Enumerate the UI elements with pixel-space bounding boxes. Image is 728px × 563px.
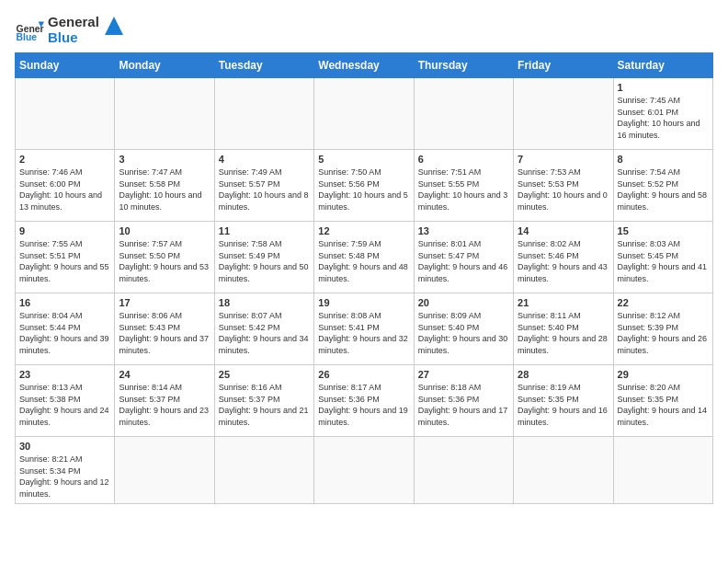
calendar-cell: 27Sunrise: 8:18 AM Sunset: 5:36 PM Dayli… <box>414 365 513 437</box>
calendar-cell: 22Sunrise: 8:12 AM Sunset: 5:39 PM Dayli… <box>613 293 712 365</box>
calendar-cell: 6Sunrise: 7:51 AM Sunset: 5:55 PM Daylig… <box>414 150 513 222</box>
calendar-cell: 13Sunrise: 8:01 AM Sunset: 5:47 PM Dayli… <box>414 222 513 293</box>
day-number: 26 <box>318 369 409 380</box>
calendar-cell: 1Sunrise: 7:45 AM Sunset: 6:01 PM Daylig… <box>613 78 712 150</box>
cell-content: Sunrise: 7:46 AM Sunset: 6:00 PM Dayligh… <box>19 167 110 213</box>
calendar-cell: 16Sunrise: 8:04 AM Sunset: 5:44 PM Dayli… <box>16 293 115 365</box>
day-number: 14 <box>518 225 609 236</box>
calendar-cell: 3Sunrise: 7:47 AM Sunset: 5:58 PM Daylig… <box>115 150 214 222</box>
calendar-week-row: 2Sunrise: 7:46 AM Sunset: 6:00 PM Daylig… <box>16 150 713 222</box>
calendar-cell: 19Sunrise: 8:08 AM Sunset: 5:41 PM Dayli… <box>314 293 414 365</box>
cell-content: Sunrise: 8:11 AM Sunset: 5:40 PM Dayligh… <box>518 310 609 356</box>
day-number: 3 <box>119 154 210 165</box>
day-number: 22 <box>618 297 709 308</box>
day-number: 8 <box>618 154 709 165</box>
cell-content: Sunrise: 8:14 AM Sunset: 5:37 PM Dayligh… <box>119 382 210 428</box>
cell-content: Sunrise: 8:06 AM Sunset: 5:43 PM Dayligh… <box>119 310 210 356</box>
calendar-cell: 30Sunrise: 8:21 AM Sunset: 5:34 PM Dayli… <box>16 437 115 504</box>
cell-content: Sunrise: 7:50 AM Sunset: 5:56 PM Dayligh… <box>318 167 409 213</box>
calendar-cell <box>514 437 613 504</box>
cell-content: Sunrise: 8:12 AM Sunset: 5:39 PM Dayligh… <box>618 310 709 356</box>
cell-content: Sunrise: 7:47 AM Sunset: 5:58 PM Dayligh… <box>119 167 210 213</box>
logo-triangle-icon <box>105 17 123 35</box>
calendar-cell <box>414 437 513 504</box>
day-number: 20 <box>418 297 509 308</box>
calendar-week-row: 9Sunrise: 7:55 AM Sunset: 5:51 PM Daylig… <box>16 222 713 293</box>
svg-marker-3 <box>105 17 123 35</box>
calendar-cell: 29Sunrise: 8:20 AM Sunset: 5:35 PM Dayli… <box>613 365 712 437</box>
calendar-cell: 4Sunrise: 7:49 AM Sunset: 5:57 PM Daylig… <box>214 150 313 222</box>
day-header-tuesday: Tuesday <box>214 53 313 78</box>
calendar-cell <box>214 437 313 504</box>
cell-content: Sunrise: 7:45 AM Sunset: 6:01 PM Dayligh… <box>618 95 709 141</box>
calendar-cell: 7Sunrise: 7:53 AM Sunset: 5:53 PM Daylig… <box>514 150 613 222</box>
day-number: 29 <box>618 369 709 380</box>
calendar-cell: 11Sunrise: 7:58 AM Sunset: 5:49 PM Dayli… <box>214 222 313 293</box>
calendar-cell <box>314 437 414 504</box>
day-number: 4 <box>219 154 310 165</box>
day-number: 12 <box>318 225 409 236</box>
day-number: 13 <box>418 225 509 236</box>
day-header-thursday: Thursday <box>414 53 513 78</box>
day-number: 21 <box>518 297 609 308</box>
calendar-cell <box>613 437 712 504</box>
calendar-cell: 15Sunrise: 8:03 AM Sunset: 5:45 PM Dayli… <box>613 222 712 293</box>
calendar-cell: 24Sunrise: 8:14 AM Sunset: 5:37 PM Dayli… <box>115 365 214 437</box>
day-number: 16 <box>19 297 110 308</box>
cell-content: Sunrise: 7:55 AM Sunset: 5:51 PM Dayligh… <box>19 238 110 284</box>
calendar-cell: 25Sunrise: 8:16 AM Sunset: 5:37 PM Dayli… <box>214 365 313 437</box>
cell-content: Sunrise: 7:53 AM Sunset: 5:53 PM Dayligh… <box>518 167 609 213</box>
calendar-cell: 8Sunrise: 7:54 AM Sunset: 5:52 PM Daylig… <box>613 150 712 222</box>
day-header-wednesday: Wednesday <box>314 53 414 78</box>
calendar-cell <box>16 78 115 150</box>
cell-content: Sunrise: 8:16 AM Sunset: 5:37 PM Dayligh… <box>219 382 310 428</box>
day-header-sunday: Sunday <box>16 53 115 78</box>
day-header-friday: Friday <box>514 53 613 78</box>
day-number: 23 <box>19 369 110 380</box>
day-number: 28 <box>518 369 609 380</box>
calendar-cell <box>214 78 313 150</box>
calendar-cell <box>514 78 613 150</box>
cell-content: Sunrise: 7:59 AM Sunset: 5:48 PM Dayligh… <box>318 238 409 284</box>
day-number: 2 <box>19 154 110 165</box>
logo-icon: General Blue <box>15 16 44 45</box>
cell-content: Sunrise: 7:54 AM Sunset: 5:52 PM Dayligh… <box>618 167 709 213</box>
calendar-cell: 20Sunrise: 8:09 AM Sunset: 5:40 PM Dayli… <box>414 293 513 365</box>
day-number: 19 <box>318 297 409 308</box>
cell-content: Sunrise: 8:17 AM Sunset: 5:36 PM Dayligh… <box>318 382 409 428</box>
calendar-week-row: 16Sunrise: 8:04 AM Sunset: 5:44 PM Dayli… <box>16 293 713 365</box>
calendar-week-row: 30Sunrise: 8:21 AM Sunset: 5:34 PM Dayli… <box>16 437 713 504</box>
logo-blue-text: Blue <box>48 30 99 46</box>
calendar-cell: 2Sunrise: 7:46 AM Sunset: 6:00 PM Daylig… <box>16 150 115 222</box>
day-header-saturday: Saturday <box>613 53 712 78</box>
day-number: 17 <box>119 297 210 308</box>
day-number: 11 <box>219 225 310 236</box>
day-number: 1 <box>618 82 709 93</box>
calendar-cell: 21Sunrise: 8:11 AM Sunset: 5:40 PM Dayli… <box>514 293 613 365</box>
calendar-cell <box>115 78 214 150</box>
calendar-cell: 28Sunrise: 8:19 AM Sunset: 5:35 PM Dayli… <box>514 365 613 437</box>
calendar-cell: 9Sunrise: 7:55 AM Sunset: 5:51 PM Daylig… <box>16 222 115 293</box>
calendar-cell: 26Sunrise: 8:17 AM Sunset: 5:36 PM Dayli… <box>314 365 414 437</box>
calendar-cell: 18Sunrise: 8:07 AM Sunset: 5:42 PM Dayli… <box>214 293 313 365</box>
day-number: 15 <box>618 225 709 236</box>
cell-content: Sunrise: 7:58 AM Sunset: 5:49 PM Dayligh… <box>219 238 310 284</box>
cell-content: Sunrise: 7:57 AM Sunset: 5:50 PM Dayligh… <box>119 238 210 284</box>
day-number: 7 <box>518 154 609 165</box>
calendar-table: SundayMondayTuesdayWednesdayThursdayFrid… <box>15 52 713 504</box>
calendar-cell: 10Sunrise: 7:57 AM Sunset: 5:50 PM Dayli… <box>115 222 214 293</box>
calendar-week-row: 23Sunrise: 8:13 AM Sunset: 5:38 PM Dayli… <box>16 365 713 437</box>
cell-content: Sunrise: 8:09 AM Sunset: 5:40 PM Dayligh… <box>418 310 509 356</box>
calendar-week-row: 1Sunrise: 7:45 AM Sunset: 6:01 PM Daylig… <box>16 78 713 150</box>
cell-content: Sunrise: 8:02 AM Sunset: 5:46 PM Dayligh… <box>518 238 609 284</box>
day-number: 24 <box>119 369 210 380</box>
day-number: 25 <box>219 369 310 380</box>
cell-content: Sunrise: 8:20 AM Sunset: 5:35 PM Dayligh… <box>618 382 709 428</box>
day-number: 6 <box>418 154 509 165</box>
cell-content: Sunrise: 8:03 AM Sunset: 5:45 PM Dayligh… <box>618 238 709 284</box>
cell-content: Sunrise: 8:19 AM Sunset: 5:35 PM Dayligh… <box>518 382 609 428</box>
calendar-cell: 17Sunrise: 8:06 AM Sunset: 5:43 PM Dayli… <box>115 293 214 365</box>
cell-content: Sunrise: 8:21 AM Sunset: 5:34 PM Dayligh… <box>19 454 110 500</box>
header: General Blue General Blue <box>15 15 713 45</box>
day-header-monday: Monday <box>115 53 214 78</box>
